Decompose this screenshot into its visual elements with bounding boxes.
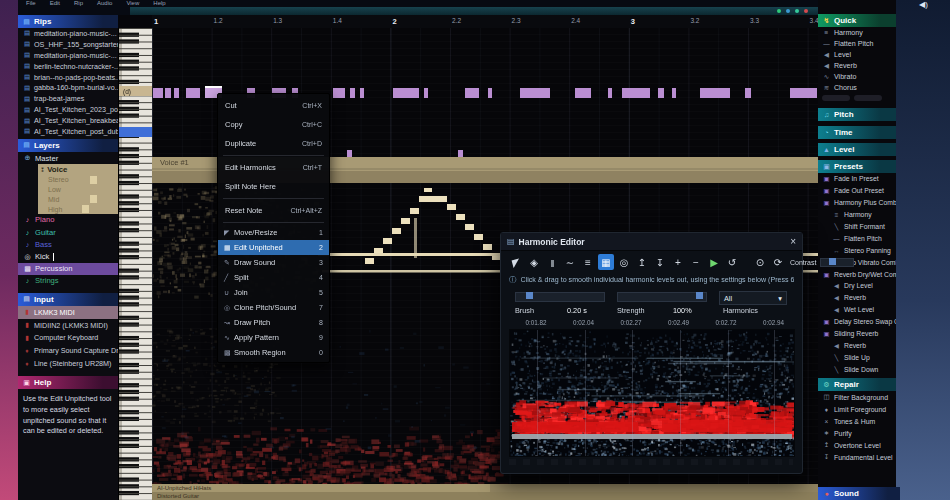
layer-item-percussion[interactable]: ▩Percussion	[18, 263, 118, 275]
eye-icon[interactable]: ⊙	[752, 254, 768, 270]
context-menu-item-cut[interactable]: CutCtrl+X	[218, 96, 329, 115]
refresh-icon[interactable]: ⟳	[770, 254, 786, 270]
preset-item-reverb[interactable]: ◀Reverb	[818, 292, 896, 304]
quick-panel-header[interactable]: ↯ Quick	[818, 14, 896, 27]
context-menu-item-reset-note[interactable]: Reset NoteCtrl+Alt+Z	[218, 201, 329, 220]
menu-item-audio[interactable]: Audio	[97, 0, 112, 7]
brush-slider[interactable]	[515, 292, 605, 302]
repair-item-filter-background[interactable]: ◫Filter Background	[818, 391, 896, 403]
input-panel-header[interactable]: ▤ Input	[18, 293, 118, 306]
input-device[interactable]: ▮Computer Keyboard	[18, 331, 118, 344]
preset-item-flatten-pitch[interactable]: —Flatten Pitch	[818, 232, 896, 244]
preset-item-slide-down[interactable]: ╲Slide Down	[818, 363, 896, 375]
time-panel-header[interactable]: ◔ Time	[818, 126, 896, 139]
context-menu-item-copy[interactable]: CopyCtrl+C	[218, 115, 329, 134]
sliders-tool-icon[interactable]: |||	[544, 254, 560, 270]
unpitched-lane[interactable]: Distorted Guitar	[152, 492, 818, 500]
context-menu-item-smooth-region[interactable]: ▩Smooth Region0	[218, 345, 329, 360]
level-panel-header[interactable]: ▲ Level	[818, 143, 896, 156]
layer-group-voice[interactable]: ⁑VoiceStereoLowMidHigh	[38, 164, 118, 214]
repair-item-fundamental-level[interactable]: ↧Fundamental Level	[818, 451, 896, 463]
layer-item-master[interactable]: ⊕Master	[18, 152, 118, 164]
menu-item-edit[interactable]: Edit	[50, 0, 60, 7]
preset-item-delay-stereo-swap-combo[interactable]: ▣Delay Stereo Swap Combo	[818, 316, 896, 328]
rip-item[interactable]: ▤trap-beat-james	[18, 93, 118, 104]
lines-tool-icon[interactable]: ≡	[580, 254, 596, 270]
input-device[interactable]: ♦Primary Sound Capture Dr...	[18, 344, 118, 357]
context-menu-item-join[interactable]: ∪Join5	[218, 285, 329, 300]
voice-sub-stereo[interactable]: Stereo	[38, 175, 118, 185]
pointer-tool-icon[interactable]: ◤	[506, 252, 526, 272]
harmonic-editor-titlebar[interactable]: ▤ Harmonic Editor ×	[501, 233, 802, 251]
preset-item-fade-in-preset[interactable]: ▣Fade In Preset	[818, 173, 896, 185]
subtract-icon[interactable]: −	[688, 254, 704, 270]
play-icon[interactable]: ▶	[706, 254, 722, 270]
preset-item-dry-level[interactable]: ◀Dry Level	[818, 280, 896, 292]
context-menu-item-split[interactable]: ╱Split4	[218, 270, 329, 285]
context-menu-item-edit-harmonics[interactable]: Edit HarmonicsCtrl+T	[218, 158, 329, 177]
menu-item-rip[interactable]: Rip	[74, 0, 83, 7]
preset-item-reverb[interactable]: ◀Reverb	[818, 339, 896, 351]
brush-slider-knob[interactable]	[526, 292, 533, 299]
menu-item-help[interactable]: Help	[153, 0, 165, 7]
undo-icon[interactable]: ↺	[724, 254, 740, 270]
input-device[interactable]: ▮MIDIIN2 (LKMK3 MIDI)	[18, 319, 118, 332]
menu-item-file[interactable]: File	[26, 0, 36, 7]
lower-to-bottom-icon[interactable]: ↧	[652, 254, 668, 270]
strength-slider-knob[interactable]	[696, 292, 703, 299]
preset-item-fade-out-preset[interactable]: ▣Fade Out Preset	[818, 185, 896, 197]
rips-panel-header[interactable]: ▤ Rips	[18, 15, 118, 28]
quick-item-chorus[interactable]: ≋Chorus	[818, 82, 896, 93]
harmonic-spectrogram[interactable]	[509, 329, 795, 457]
rip-item[interactable]: ▤gabba-160-bpm-burial-vo...	[18, 82, 118, 93]
layer-item-piano[interactable]: ♪Piano	[18, 214, 118, 226]
rip-item[interactable]: ▤OS_HHF_155_songstarter...	[18, 39, 118, 50]
close-icon[interactable]: ×	[790, 236, 796, 247]
voice-sub-low[interactable]: Low	[38, 185, 118, 195]
input-device[interactable]: ▮LKMK3 MIDI	[18, 306, 118, 319]
raise-to-top-icon[interactable]: ↥	[634, 254, 650, 270]
preset-item-wet-level[interactable]: ◀Wet Level	[818, 304, 896, 316]
context-menu-item-move-resize[interactable]: ◤Move/Resize1	[218, 225, 329, 240]
rip-item[interactable]: ▤brian--no-pads-pop-beats...	[18, 72, 118, 83]
repair-item-tones-hum[interactable]: ×Tones & Hum	[818, 415, 896, 427]
rip-item[interactable]: ▤meditation-piano-music-...	[18, 50, 118, 61]
help-panel-header[interactable]: ▣ Help	[18, 376, 118, 389]
layer-item-kick[interactable]: ◎Kick	[18, 250, 118, 262]
input-device[interactable]: ♦Line (Steinberg UR28M)	[18, 357, 118, 370]
timeline-ruler[interactable]: 11.21.31.422.22.32.433.23.33.4	[152, 15, 818, 29]
rip-item[interactable]: ▤berlin-techno-nutcracker-...	[18, 61, 118, 72]
piano-keyboard[interactable]	[118, 28, 153, 500]
layer-item-strings[interactable]: ♪Strings	[18, 275, 118, 287]
smudge-tool-icon[interactable]: ∼	[562, 254, 578, 270]
status-dot-teal-icon[interactable]	[795, 9, 799, 13]
preset-item-slide-up[interactable]: ╲Slide Up	[818, 351, 896, 363]
layer-item-bass[interactable]: ♪Bass	[18, 238, 118, 250]
quick-item-vibrato[interactable]: ∿Vibrato	[818, 71, 896, 82]
menu-item-view[interactable]: View	[126, 0, 139, 7]
contrast-slider-knob[interactable]	[829, 258, 836, 265]
preset-item-stereo-panning[interactable]: ↔Stereo Panning	[818, 244, 896, 256]
rip-item[interactable]: ▤meditation-piano-music-...	[18, 28, 118, 39]
rip-item[interactable]: ▤AI_Test_Kitchen_breakbea...	[18, 115, 118, 126]
voice-sub-mid[interactable]: Mid	[38, 194, 118, 204]
voice-group-header[interactable]: ⁑Voice	[38, 164, 118, 175]
sound-panel-header[interactable]: ● Sound	[818, 487, 900, 500]
quick-item-flatten-pitch[interactable]: —Flatten Pitch	[818, 38, 896, 49]
pitch-panel-header[interactable]: ♫ Pitch	[818, 108, 896, 121]
speaker-icon[interactable]: ◀)	[919, 0, 928, 9]
layers-panel-header[interactable]: ▤ Layers	[18, 139, 118, 152]
preset-item-harmony[interactable]: ≡Harmony	[818, 209, 896, 221]
quick-item-reverb[interactable]: ◀Reverb	[818, 60, 896, 71]
layer-item-guitar[interactable]: ♪Guitar	[18, 226, 118, 238]
preset-item-shift-formant[interactable]: ╲Shift Formant	[818, 221, 896, 233]
voice-sub-high[interactable]: High	[38, 204, 118, 214]
context-menu-item-duplicate[interactable]: DuplicateCtrl+D	[218, 134, 329, 153]
preset-item-sliding-reverb[interactable]: ▣Sliding Reverb	[818, 328, 896, 340]
status-dot-blue-icon[interactable]	[786, 9, 790, 13]
status-dot-red-icon[interactable]	[804, 9, 808, 13]
repair-item-limit-foreground[interactable]: ♦Limit Foreground	[818, 403, 896, 415]
unpitched-lane[interactable]: AI-Unpitched HiHats	[152, 484, 818, 492]
context-menu-item-split-note-here[interactable]: Split Note Here	[218, 177, 329, 196]
context-menu-item-apply-pattern[interactable]: ∿Apply Pattern9	[218, 330, 329, 345]
